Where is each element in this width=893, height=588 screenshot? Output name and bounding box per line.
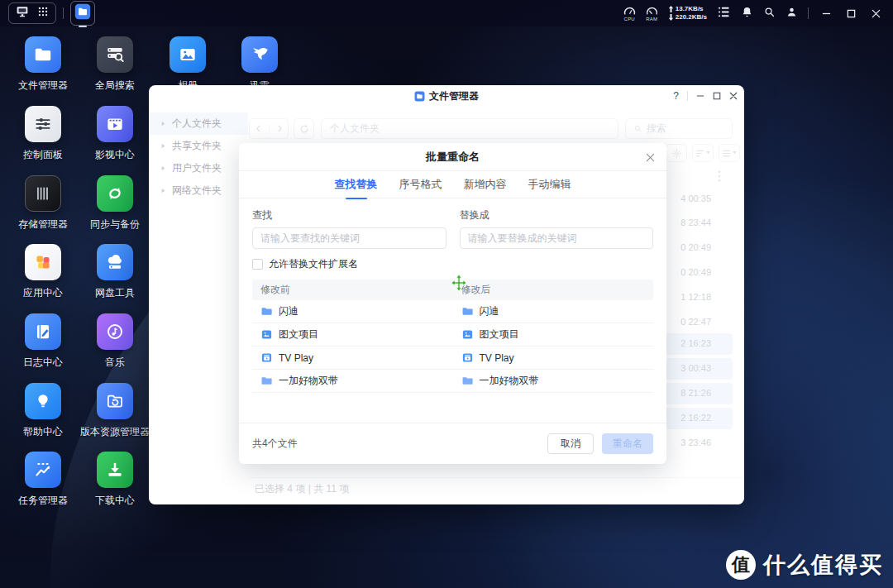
dialog-footer: 共4个文件 取消 重命名: [239, 423, 666, 464]
image-folder-icon: [461, 328, 474, 341]
tab-add-content[interactable]: 新增内容: [464, 177, 507, 192]
desktop-icon[interactable]: [16, 6, 29, 21]
desktop-app-download-center[interactable]: 下载中心: [79, 452, 150, 508]
smzdm-watermark: 值 什么值得买: [726, 550, 883, 580]
batch-rename-dialog: 批量重命名 查找替换 序号格式 新增内容 手动编辑 查找 替换成 允许替换文件扩…: [239, 143, 666, 464]
dialog-header: 批量重命名: [239, 143, 666, 171]
desktop-app-file-manager[interactable]: 文件管理器: [7, 36, 79, 93]
move-cursor-icon: [451, 275, 467, 294]
task-queue-icon[interactable]: [717, 6, 731, 22]
find-label: 查找: [252, 208, 446, 222]
tab-serial-format[interactable]: 序号格式: [399, 177, 442, 192]
rename-preview-table: 修改前 修改后 闪迪 闪迪 图文项目 图文项目 TV Play TV Play …: [252, 280, 653, 393]
app-grid-icon[interactable]: [37, 6, 49, 21]
folder-icon: [260, 305, 273, 318]
cpu-label: CPU: [624, 17, 635, 22]
taskbar-file-manager-app[interactable]: [70, 1, 95, 26]
window-title: 文件管理器: [414, 89, 479, 103]
upload-arrow-icon: [668, 6, 674, 12]
desktop-app-sync-backup[interactable]: 同步与备份: [79, 175, 150, 232]
table-row[interactable]: 图文项目 图文项目: [252, 323, 653, 347]
desktop-app-control-panel[interactable]: 控制面板: [7, 106, 79, 162]
window-close-button[interactable]: [729, 88, 738, 103]
upload-speed: 13.7KB/s: [676, 5, 704, 13]
global-search-icon: [97, 36, 133, 73]
desktop-app-global-search[interactable]: 全局搜索: [79, 36, 150, 93]
download-center-icon: [97, 452, 133, 488]
file-manager-icon: [25, 36, 61, 73]
folder-icon: [461, 375, 474, 387]
find-input[interactable]: [252, 227, 446, 249]
ram-label: RAM: [646, 17, 657, 22]
storage-manager-icon: [25, 175, 61, 212]
column-after: 修改后: [453, 283, 654, 297]
taskbar-separator: [63, 7, 64, 19]
ram-gauge[interactable]: RAM: [646, 6, 658, 22]
maximize-button[interactable]: [843, 6, 858, 21]
network-speeds[interactable]: 13.7KB/s 220.2KB/s: [668, 5, 707, 22]
taskbar-separator: [808, 7, 809, 19]
table-row[interactable]: TV Play TV Play: [252, 347, 653, 370]
column-before: 修改前: [252, 283, 453, 297]
desktop-app-app-center[interactable]: 应用中心: [7, 244, 79, 300]
window-titlebar[interactable]: 文件管理器 ?: [149, 85, 744, 107]
download-speed: 220.2KB/s: [676, 13, 707, 22]
help-center-icon: [25, 383, 61, 419]
desktop-switcher[interactable]: [8, 2, 56, 24]
allow-extension-checkbox[interactable]: 允许替换文件扩展名: [252, 257, 653, 271]
smzdm-badge-icon: 值: [726, 550, 756, 580]
control-panel-icon: [25, 106, 61, 142]
titlebar-separator: [687, 91, 688, 101]
top-taskbar: CPU RAM 13.7KB/s 220.2KB/s: [0, 0, 893, 26]
rename-confirm-button[interactable]: 重命名: [602, 433, 653, 454]
table-row[interactable]: 一加好物双带 一加好物双带: [252, 370, 653, 393]
desktop-app-storage-manager[interactable]: 存储管理器: [7, 175, 79, 232]
close-button[interactable]: [868, 6, 883, 21]
desktop-app-video-center[interactable]: 影视中心: [79, 106, 150, 162]
file-count: 共4个文件: [252, 437, 298, 451]
desktop-app-log-center[interactable]: 日志中心: [7, 313, 79, 370]
dialog-title: 批量重命名: [426, 150, 480, 165]
tab-find-replace[interactable]: 查找替换: [335, 177, 378, 192]
folder-icon: [260, 375, 273, 387]
desktop-app-netdisk-tools[interactable]: 网盘工具: [79, 244, 150, 300]
minimize-button[interactable]: [819, 6, 833, 21]
image-folder-icon: [260, 328, 273, 341]
folder-icon: [461, 305, 474, 318]
app-center-icon: [25, 244, 61, 280]
desktop-app-album[interactable]: 相册: [152, 36, 223, 93]
album-icon: [170, 36, 206, 73]
desktop-app-version-manager[interactable]: 版本资源管理器: [79, 383, 150, 439]
cancel-button[interactable]: 取消: [547, 433, 594, 454]
version-manager-icon: [97, 383, 133, 419]
replace-label: 替换成: [460, 208, 654, 222]
dialog-tabs: 查找替换 序号格式 新增内容 手动编辑: [239, 171, 666, 198]
desktop-app-music[interactable]: 音乐: [79, 313, 150, 370]
video-folder-icon: [260, 351, 273, 364]
desktop-app-help-center[interactable]: 帮助中心: [7, 383, 79, 439]
netdisk-tools-icon: [97, 244, 133, 280]
notifications-bell-icon[interactable]: [741, 6, 753, 22]
replace-input[interactable]: [460, 227, 654, 249]
user-account-icon[interactable]: [786, 6, 798, 22]
tab-manual-edit[interactable]: 手动编辑: [528, 177, 571, 192]
cpu-gauge[interactable]: CPU: [623, 6, 636, 22]
music-icon: [97, 313, 133, 350]
checkbox-icon[interactable]: [252, 259, 263, 270]
download-arrow-icon: [668, 14, 674, 21]
log-center-icon: [25, 313, 61, 350]
search-icon[interactable]: [763, 6, 776, 22]
desktop-app-thunder[interactable]: 迅雷: [224, 36, 295, 93]
smzdm-text: 什么值得买: [763, 550, 883, 580]
checkbox-label: 允许替换文件扩展名: [269, 257, 358, 271]
window-minimize-button[interactable]: [696, 88, 704, 103]
video-center-icon: [97, 106, 133, 142]
file-manager-icon: [414, 91, 425, 102]
table-row[interactable]: 闪迪 闪迪: [252, 300, 653, 323]
video-folder-icon: [461, 351, 474, 364]
window-maximize-button[interactable]: [713, 88, 721, 103]
dialog-close-button[interactable]: [643, 151, 657, 164]
desktop-app-task-manager[interactable]: 任务管理器: [7, 452, 79, 508]
task-manager-icon: [25, 452, 61, 488]
window-help-button[interactable]: ?: [673, 90, 679, 102]
